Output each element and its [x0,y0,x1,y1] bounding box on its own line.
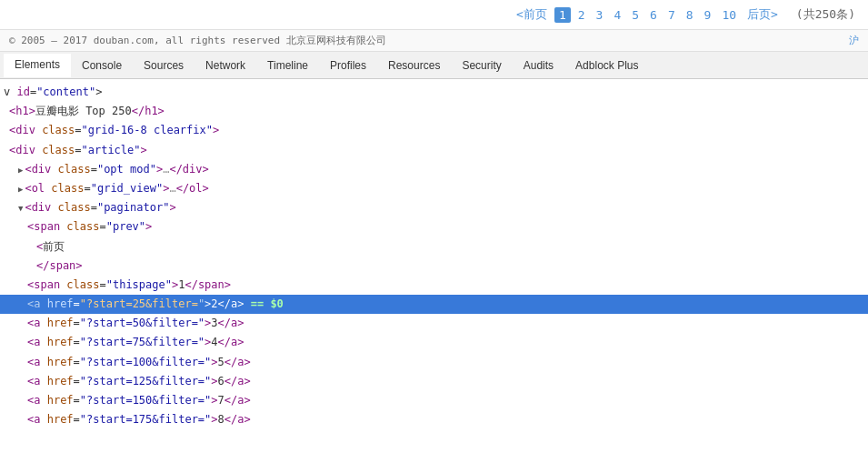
dom-line[interactable]: <a href="?start=200&filter=">9</a> [0,429,868,433]
devtools-tabs: Elements Console Sources Network Timelin… [0,52,868,79]
dom-line[interactable]: <a href="?start=125&filter=">6</a> [0,372,868,391]
dom-line[interactable]: <span class="thispage">1</span> [0,276,868,295]
page-10-link[interactable]: 10 [718,7,740,23]
tab-resources[interactable]: Resources [377,55,451,76]
page-3-link[interactable]: 3 [593,7,607,23]
page-8-link[interactable]: 8 [683,7,697,23]
dom-line[interactable]: <h1>豆瓣电影 Top 250</h1> [0,102,868,121]
dom-line[interactable]: <a href="?start=100&filter=">5</a> [0,353,868,372]
top-pagination-bar: <前页 1 2 3 4 5 6 7 8 9 10 后页> (共250条) [0,0,868,30]
page-5-link[interactable]: 5 [628,7,643,23]
tab-profiles[interactable]: Profiles [319,55,377,76]
dom-line[interactable]: <div class="article"> [0,141,868,160]
dom-line[interactable]: <a href="?start=150&filter=">7</a> [0,391,868,410]
dom-line[interactable]: <a href="?start=75&filter=">4</a> [0,333,868,352]
tab-sources[interactable]: Sources [133,55,195,76]
dom-line[interactable]: v id="content"> [0,83,868,102]
prev-page-link[interactable]: <前页 [513,5,551,24]
dom-line[interactable]: <div class="opt mod">…</div> [0,160,868,179]
dom-line[interactable]: <div class="grid-16-8 clearfix"> [0,121,868,140]
tab-security[interactable]: Security [451,55,512,76]
tab-timeline[interactable]: Timeline [256,55,319,76]
dom-line[interactable]: <ol class="grid_view">…</ol> [0,179,868,198]
tab-elements[interactable]: Elements [4,54,71,77]
page-6-link[interactable]: 6 [646,7,661,23]
page-2-link[interactable]: 2 [574,7,589,23]
page-9-link[interactable]: 9 [701,7,715,23]
page-7-link[interactable]: 7 [664,7,679,23]
dom-line[interactable]: <a href="?start=50&filter=">3</a> [0,314,868,333]
page-4-link[interactable]: 4 [610,7,624,23]
dom-viewer: v id="content"><h1>豆瓣电影 Top 250</h1><div… [0,79,868,433]
page-1-active[interactable]: 1 [554,7,571,23]
dom-line[interactable]: <span class="prev"> [0,217,868,237]
dom-line[interactable]: <div class="paginator"> [0,198,868,217]
dom-line[interactable]: </span> [0,257,868,276]
icp-link[interactable]: 沪 [849,34,859,47]
dom-line[interactable]: <a href="?start=175&filter=">8</a> [0,410,868,429]
tab-audits[interactable]: Audits [513,55,564,76]
page-count: (共250条) [793,5,859,24]
copyright-text: © 2005 – 2017 douban.com, all rights res… [9,34,386,47]
tab-network[interactable]: Network [195,55,256,76]
copyright-bar: © 2005 – 2017 douban.com, all rights res… [0,30,868,52]
tab-console[interactable]: Console [71,55,133,76]
tab-adblock[interactable]: Adblock Plus [564,55,649,76]
dom-line[interactable]: <a href="?start=25&filter=">2</a> == $0 [0,295,868,314]
dom-line[interactable]: <前页 [0,237,868,257]
next-page-link[interactable]: 后页> [743,5,782,24]
pagination: <前页 1 2 3 4 5 6 7 8 9 10 后页> (共250条) [513,5,859,24]
